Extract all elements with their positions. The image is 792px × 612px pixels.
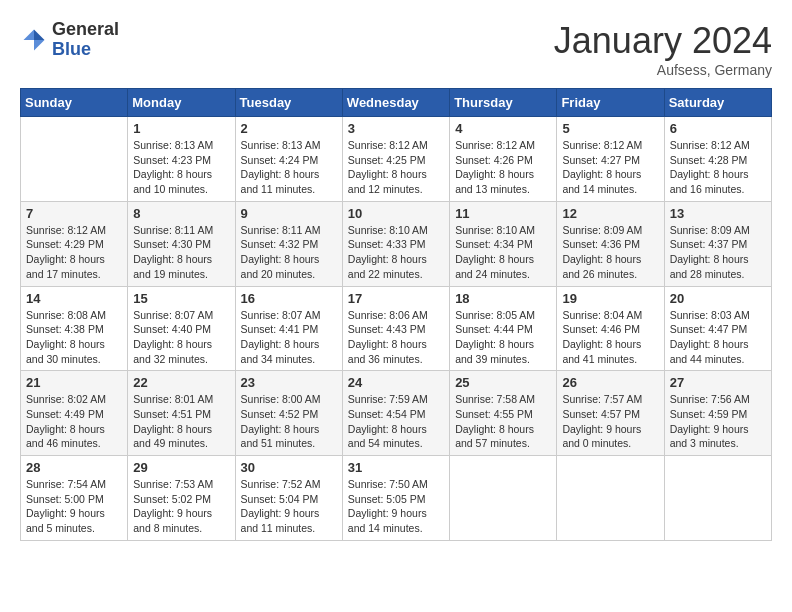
day-cell: 27Sunrise: 7:56 AM Sunset: 4:59 PM Dayli… bbox=[664, 371, 771, 456]
day-number: 7 bbox=[26, 206, 122, 221]
day-number: 14 bbox=[26, 291, 122, 306]
week-row-5: 28Sunrise: 7:54 AM Sunset: 5:00 PM Dayli… bbox=[21, 456, 772, 541]
day-cell: 9Sunrise: 8:11 AM Sunset: 4:32 PM Daylig… bbox=[235, 201, 342, 286]
calendar-table: SundayMondayTuesdayWednesdayThursdayFrid… bbox=[20, 88, 772, 541]
day-number: 16 bbox=[241, 291, 337, 306]
day-info: Sunrise: 7:50 AM Sunset: 5:05 PM Dayligh… bbox=[348, 477, 444, 536]
day-number: 20 bbox=[670, 291, 766, 306]
day-info: Sunrise: 8:12 AM Sunset: 4:28 PM Dayligh… bbox=[670, 138, 766, 197]
day-cell: 31Sunrise: 7:50 AM Sunset: 5:05 PM Dayli… bbox=[342, 456, 449, 541]
day-info: Sunrise: 8:09 AM Sunset: 4:37 PM Dayligh… bbox=[670, 223, 766, 282]
day-number: 23 bbox=[241, 375, 337, 390]
day-cell: 5Sunrise: 8:12 AM Sunset: 4:27 PM Daylig… bbox=[557, 117, 664, 202]
day-number: 2 bbox=[241, 121, 337, 136]
day-cell: 17Sunrise: 8:06 AM Sunset: 4:43 PM Dayli… bbox=[342, 286, 449, 371]
day-cell: 11Sunrise: 8:10 AM Sunset: 4:34 PM Dayli… bbox=[450, 201, 557, 286]
day-info: Sunrise: 8:13 AM Sunset: 4:23 PM Dayligh… bbox=[133, 138, 229, 197]
header-friday: Friday bbox=[557, 89, 664, 117]
day-info: Sunrise: 8:05 AM Sunset: 4:44 PM Dayligh… bbox=[455, 308, 551, 367]
day-number: 24 bbox=[348, 375, 444, 390]
title-block: January 2024 Aufsess, Germany bbox=[554, 20, 772, 78]
day-info: Sunrise: 8:12 AM Sunset: 4:26 PM Dayligh… bbox=[455, 138, 551, 197]
day-info: Sunrise: 7:54 AM Sunset: 5:00 PM Dayligh… bbox=[26, 477, 122, 536]
day-cell bbox=[664, 456, 771, 541]
day-info: Sunrise: 8:12 AM Sunset: 4:27 PM Dayligh… bbox=[562, 138, 658, 197]
day-number: 11 bbox=[455, 206, 551, 221]
day-number: 9 bbox=[241, 206, 337, 221]
day-number: 21 bbox=[26, 375, 122, 390]
day-cell: 12Sunrise: 8:09 AM Sunset: 4:36 PM Dayli… bbox=[557, 201, 664, 286]
day-cell: 8Sunrise: 8:11 AM Sunset: 4:30 PM Daylig… bbox=[128, 201, 235, 286]
day-number: 3 bbox=[348, 121, 444, 136]
day-cell bbox=[557, 456, 664, 541]
day-cell: 2Sunrise: 8:13 AM Sunset: 4:24 PM Daylig… bbox=[235, 117, 342, 202]
day-cell: 18Sunrise: 8:05 AM Sunset: 4:44 PM Dayli… bbox=[450, 286, 557, 371]
day-info: Sunrise: 8:12 AM Sunset: 4:29 PM Dayligh… bbox=[26, 223, 122, 282]
location-subtitle: Aufsess, Germany bbox=[554, 62, 772, 78]
day-number: 10 bbox=[348, 206, 444, 221]
day-cell: 13Sunrise: 8:09 AM Sunset: 4:37 PM Dayli… bbox=[664, 201, 771, 286]
day-cell bbox=[21, 117, 128, 202]
week-row-3: 14Sunrise: 8:08 AM Sunset: 4:38 PM Dayli… bbox=[21, 286, 772, 371]
day-cell: 3Sunrise: 8:12 AM Sunset: 4:25 PM Daylig… bbox=[342, 117, 449, 202]
day-info: Sunrise: 8:13 AM Sunset: 4:24 PM Dayligh… bbox=[241, 138, 337, 197]
day-info: Sunrise: 8:03 AM Sunset: 4:47 PM Dayligh… bbox=[670, 308, 766, 367]
day-cell: 4Sunrise: 8:12 AM Sunset: 4:26 PM Daylig… bbox=[450, 117, 557, 202]
day-number: 5 bbox=[562, 121, 658, 136]
day-info: Sunrise: 7:53 AM Sunset: 5:02 PM Dayligh… bbox=[133, 477, 229, 536]
day-cell: 20Sunrise: 8:03 AM Sunset: 4:47 PM Dayli… bbox=[664, 286, 771, 371]
header-saturday: Saturday bbox=[664, 89, 771, 117]
day-number: 4 bbox=[455, 121, 551, 136]
day-number: 29 bbox=[133, 460, 229, 475]
day-info: Sunrise: 8:08 AM Sunset: 4:38 PM Dayligh… bbox=[26, 308, 122, 367]
header-wednesday: Wednesday bbox=[342, 89, 449, 117]
day-info: Sunrise: 8:01 AM Sunset: 4:51 PM Dayligh… bbox=[133, 392, 229, 451]
month-title: January 2024 bbox=[554, 20, 772, 62]
day-cell: 15Sunrise: 8:07 AM Sunset: 4:40 PM Dayli… bbox=[128, 286, 235, 371]
day-info: Sunrise: 8:07 AM Sunset: 4:40 PM Dayligh… bbox=[133, 308, 229, 367]
day-number: 25 bbox=[455, 375, 551, 390]
day-number: 31 bbox=[348, 460, 444, 475]
day-cell bbox=[450, 456, 557, 541]
day-cell: 22Sunrise: 8:01 AM Sunset: 4:51 PM Dayli… bbox=[128, 371, 235, 456]
day-number: 13 bbox=[670, 206, 766, 221]
logo-general: General bbox=[52, 20, 119, 40]
day-info: Sunrise: 8:04 AM Sunset: 4:46 PM Dayligh… bbox=[562, 308, 658, 367]
day-info: Sunrise: 8:11 AM Sunset: 4:32 PM Dayligh… bbox=[241, 223, 337, 282]
header-thursday: Thursday bbox=[450, 89, 557, 117]
day-cell: 23Sunrise: 8:00 AM Sunset: 4:52 PM Dayli… bbox=[235, 371, 342, 456]
day-number: 18 bbox=[455, 291, 551, 306]
day-number: 6 bbox=[670, 121, 766, 136]
day-cell: 19Sunrise: 8:04 AM Sunset: 4:46 PM Dayli… bbox=[557, 286, 664, 371]
day-info: Sunrise: 7:58 AM Sunset: 4:55 PM Dayligh… bbox=[455, 392, 551, 451]
day-info: Sunrise: 8:11 AM Sunset: 4:30 PM Dayligh… bbox=[133, 223, 229, 282]
day-cell: 28Sunrise: 7:54 AM Sunset: 5:00 PM Dayli… bbox=[21, 456, 128, 541]
svg-marker-1 bbox=[34, 40, 45, 51]
day-info: Sunrise: 7:56 AM Sunset: 4:59 PM Dayligh… bbox=[670, 392, 766, 451]
day-info: Sunrise: 7:57 AM Sunset: 4:57 PM Dayligh… bbox=[562, 392, 658, 451]
logo-text: General Blue bbox=[52, 20, 119, 60]
week-row-2: 7Sunrise: 8:12 AM Sunset: 4:29 PM Daylig… bbox=[21, 201, 772, 286]
day-info: Sunrise: 8:09 AM Sunset: 4:36 PM Dayligh… bbox=[562, 223, 658, 282]
day-cell: 29Sunrise: 7:53 AM Sunset: 5:02 PM Dayli… bbox=[128, 456, 235, 541]
week-row-4: 21Sunrise: 8:02 AM Sunset: 4:49 PM Dayli… bbox=[21, 371, 772, 456]
header-monday: Monday bbox=[128, 89, 235, 117]
day-info: Sunrise: 8:10 AM Sunset: 4:33 PM Dayligh… bbox=[348, 223, 444, 282]
header-sunday: Sunday bbox=[21, 89, 128, 117]
day-number: 17 bbox=[348, 291, 444, 306]
logo-icon bbox=[20, 26, 48, 54]
day-number: 15 bbox=[133, 291, 229, 306]
day-cell: 6Sunrise: 8:12 AM Sunset: 4:28 PM Daylig… bbox=[664, 117, 771, 202]
day-cell: 14Sunrise: 8:08 AM Sunset: 4:38 PM Dayli… bbox=[21, 286, 128, 371]
logo: General Blue bbox=[20, 20, 119, 60]
day-number: 8 bbox=[133, 206, 229, 221]
day-cell: 24Sunrise: 7:59 AM Sunset: 4:54 PM Dayli… bbox=[342, 371, 449, 456]
day-cell: 1Sunrise: 8:13 AM Sunset: 4:23 PM Daylig… bbox=[128, 117, 235, 202]
day-info: Sunrise: 8:12 AM Sunset: 4:25 PM Dayligh… bbox=[348, 138, 444, 197]
day-info: Sunrise: 8:07 AM Sunset: 4:41 PM Dayligh… bbox=[241, 308, 337, 367]
week-row-1: 1Sunrise: 8:13 AM Sunset: 4:23 PM Daylig… bbox=[21, 117, 772, 202]
day-cell: 25Sunrise: 7:58 AM Sunset: 4:55 PM Dayli… bbox=[450, 371, 557, 456]
day-number: 28 bbox=[26, 460, 122, 475]
day-number: 27 bbox=[670, 375, 766, 390]
page-header: General Blue January 2024 Aufsess, Germa… bbox=[20, 20, 772, 78]
